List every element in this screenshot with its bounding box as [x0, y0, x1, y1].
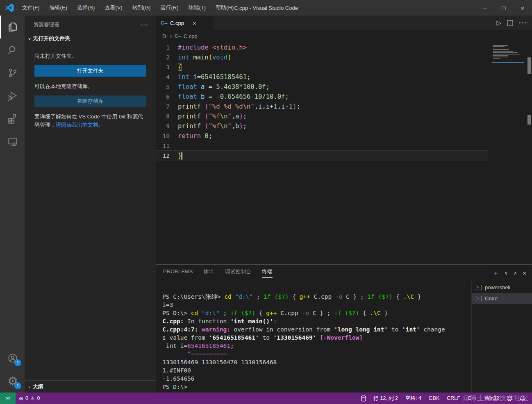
remote-indicator[interactable]: ><	[0, 393, 16, 404]
code-line[interactable]: 2int main(void)	[156, 52, 532, 62]
terminal-line[interactable]: 1330156469 1330156470 1330156468	[162, 358, 470, 366]
extensions-icon[interactable]	[0, 107, 25, 130]
explorer-icon[interactable]	[0, 16, 25, 39]
account-icon[interactable]: 1	[0, 347, 25, 370]
git-docs-link[interactable]: 请阅读我们的文档	[56, 122, 98, 128]
terminal-list: >_powershell>_Code	[471, 281, 532, 393]
line-number: 11	[156, 141, 178, 151]
maximize-button[interactable]: □	[494, 0, 513, 16]
code-line[interactable]: 3{	[156, 62, 532, 72]
code-line[interactable]: 8printf ("%f\n",a);	[156, 111, 532, 121]
close-panel-icon[interactable]: ×	[523, 270, 526, 277]
cursor-position[interactable]: 行 12, 列 2	[371, 395, 401, 402]
activity-bar-spacer	[0, 153, 25, 347]
code-line[interactable]: 12}	[156, 151, 488, 161]
terminal-line[interactable]: C.cpp: In function 'int main()':	[162, 317, 470, 325]
remote-explorer-icon[interactable]	[0, 130, 25, 153]
line-content: printf ("%f\n",a);	[178, 111, 247, 121]
breadcrumb[interactable]: D: › C++ C.cpp	[156, 30, 532, 42]
menu-item[interactable]: 查看(V)	[100, 2, 126, 14]
settings-gear-icon[interactable]: ⚙ 1	[0, 370, 25, 393]
no-folder-section-header[interactable]: ∨ 无打开的文件夹	[25, 32, 156, 45]
terminal-list-item[interactable]: >_Code	[472, 293, 532, 304]
line-number: 4	[156, 72, 178, 82]
menubar: 文件(F)编辑(E)选择(S)查看(V)转到(G)运行(R)终端(T)帮助(H)	[18, 2, 238, 14]
run-debug-icon[interactable]	[0, 84, 25, 107]
sidebar-more-actions-icon[interactable]: ···	[141, 22, 149, 28]
code-line[interactable]: 7printf ("%d %d %d\n",i,i+1,i-1);	[156, 102, 532, 111]
new-terminal-icon[interactable]: ＋	[493, 269, 499, 277]
terminal-line[interactable]: -1.654656	[162, 374, 470, 383]
minimap-line	[493, 52, 518, 53]
terminal-output[interactable]: PS C:\Users\张绅> cd "d:\" ; if ($?) { g++…	[156, 281, 471, 393]
platform[interactable]: Win32	[482, 395, 502, 401]
line-content: {	[178, 62, 182, 72]
terminal-line[interactable]: PS D:\> cd "d:\" ; if ($?) { g++ C.cpp -…	[162, 309, 470, 317]
sidebar-body: 尚未打开文件夹。 打开文件夹 可以在本地克隆存储库。 克隆存储库 要详细了解如何…	[25, 45, 156, 380]
line-number: 10	[156, 131, 178, 141]
search-icon[interactable]	[0, 39, 25, 61]
terminal-line[interactable]: i=3	[162, 301, 470, 309]
clone-repo-button[interactable]: 克隆存储库	[34, 95, 146, 107]
menu-item[interactable]: 帮助(H)	[211, 2, 238, 14]
tab-close-icon[interactable]: ×	[193, 20, 196, 27]
code-line[interactable]: 11	[156, 141, 532, 151]
terminal-line[interactable]: s value from '654165185461' to '13301564…	[162, 334, 470, 342]
open-folder-button[interactable]: 打开文件夹	[34, 65, 146, 77]
code-editor[interactable]: 1#include <stdio.h>2int main(void)3{4int…	[156, 42, 532, 264]
maximize-panel-icon[interactable]: ∧	[514, 270, 517, 276]
menu-item[interactable]: 选择(S)	[73, 2, 99, 14]
menu-item[interactable]: 转到(G)	[128, 2, 155, 14]
minimap[interactable]	[492, 44, 524, 63]
panel-tab-输出[interactable]: 输出	[204, 268, 214, 278]
close-window-button[interactable]: ×	[513, 0, 532, 16]
menu-item[interactable]: 编辑(E)	[45, 2, 71, 14]
encoding[interactable]: GBK	[426, 395, 442, 401]
breadcrumb-drive[interactable]: D:	[162, 33, 168, 39]
line-number: 3	[156, 62, 178, 72]
run-code-icon[interactable]: ▷	[496, 19, 501, 27]
terminal-list-item[interactable]: >_powershell	[472, 282, 532, 293]
terminal-line[interactable]: PS C:\Users\张绅> cd "d:\" ; if ($?) { g++…	[162, 293, 470, 301]
eol-sequence[interactable]: CRLF	[444, 395, 463, 401]
line-content: float b = -0.654656-10/10.0f;	[178, 92, 289, 102]
title-bar: 文件(F)编辑(E)选择(S)查看(V)转到(G)运行(R)终端(T)帮助(H)…	[0, 0, 532, 16]
line-number: 9	[156, 121, 178, 131]
terminal-dropdown-icon[interactable]: ∨	[505, 270, 508, 276]
code-line[interactable]: 5float a = 5.4e38*100.0f;	[156, 82, 532, 92]
code-line[interactable]: 4int i=654165185461;	[156, 72, 532, 82]
terminal-line[interactable]: int i=654165185461;	[162, 342, 470, 350]
panel-tab-problems[interactable]: PROBLEMS	[163, 269, 193, 277]
panel-tab-终端[interactable]: 终端	[262, 268, 273, 278]
bottom-panel: PROBLEMS输出调试控制台终端 ＋ ∨ ∧ × PS C:\Users\张绅…	[156, 264, 532, 393]
terminal-line[interactable]: PS D:\>	[162, 383, 470, 391]
feedback-smiley-icon[interactable]	[504, 395, 515, 401]
line-number: 5	[156, 82, 178, 92]
menu-item[interactable]: 文件(F)	[18, 2, 44, 14]
code-line[interactable]: 9printf ("%f\n",b);	[156, 121, 532, 131]
code-line[interactable]: 1#include <stdio.h>	[156, 43, 532, 52]
tab-c-cpp[interactable]: C++ C.cpp ×	[156, 16, 213, 30]
code-line[interactable]: 6float b = -0.654656-10/10.0f;	[156, 92, 532, 102]
menu-item[interactable]: 终端(T)	[184, 2, 210, 14]
database-icon[interactable]	[358, 395, 369, 402]
source-control-icon[interactable]	[0, 61, 25, 84]
code-line[interactable]: 10return 0;	[156, 131, 532, 141]
breadcrumb-file[interactable]: C.cpp	[184, 33, 198, 39]
menu-item[interactable]: 运行(R)	[156, 2, 182, 14]
terminal-line[interactable]: C.cpp:4:7: warning: overflow in conversi…	[162, 325, 470, 334]
notifications-bell-icon[interactable]	[517, 395, 528, 401]
indentation[interactable]: 空格: 4	[402, 395, 424, 402]
minimize-button[interactable]: –	[475, 0, 494, 16]
editor-more-actions-icon[interactable]: ···	[519, 19, 528, 27]
overview-ruler[interactable]	[527, 42, 531, 264]
split-editor-icon[interactable]	[507, 20, 513, 26]
problems-status[interactable]: ⊗ 0 ⚠ 0	[16, 393, 43, 404]
line-number: 6	[156, 92, 178, 102]
language-mode[interactable]: C++	[465, 395, 480, 401]
terminal-line[interactable]: 1.#INF00	[162, 366, 470, 374]
minimap-line	[493, 55, 508, 56]
panel-tab-调试控制台[interactable]: 调试控制台	[225, 268, 251, 278]
terminal-line[interactable]: ^~~~~~~~~~~	[162, 350, 470, 358]
outline-section-header[interactable]: › 大纲	[25, 380, 156, 393]
